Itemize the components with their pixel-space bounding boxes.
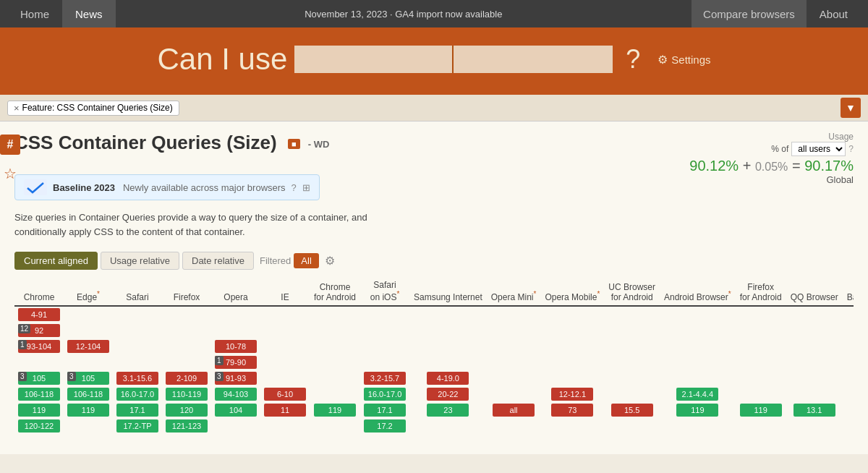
- table-cell[interactable]: 104: [211, 402, 260, 418]
- version-cell[interactable]: 121-123: [166, 419, 208, 432]
- version-cell[interactable]: 119: [676, 404, 718, 417]
- table-cell[interactable]: 23: [409, 402, 487, 418]
- version-cell[interactable]: 73: [551, 404, 593, 417]
- table-cell[interactable]: 17.1: [360, 402, 409, 418]
- version-cell[interactable]: 17.2-TP: [116, 419, 158, 432]
- version-cell[interactable]: 106-118: [18, 388, 60, 401]
- baseline-copy-icon[interactable]: ⊞: [302, 182, 310, 193]
- table-cell[interactable]: 94-103: [211, 386, 260, 402]
- table-cell[interactable]: all: [487, 402, 541, 418]
- star-button[interactable]: ☆: [0, 163, 20, 184]
- table-cell[interactable]: 73: [540, 402, 604, 418]
- table-cell[interactable]: 121-123: [162, 418, 211, 434]
- table-cell[interactable]: 119: [64, 402, 113, 418]
- usage-user-dropdown[interactable]: all users: [791, 142, 846, 156]
- table-cell[interactable]: 106-118: [14, 386, 64, 402]
- version-cell[interactable]: 106-118: [67, 388, 109, 401]
- table-cell[interactable]: 106-118: [64, 386, 113, 402]
- table-cell[interactable]: 120-122: [14, 418, 64, 434]
- version-cell[interactable]: 2-109: [166, 372, 208, 385]
- tab-usage-relative[interactable]: Usage relative: [101, 252, 179, 270]
- version-cell[interactable]: 2.1-4.4.4: [676, 388, 718, 401]
- table-cell[interactable]: 3105: [64, 370, 113, 386]
- version-cell[interactable]: 20-22: [427, 388, 469, 401]
- version-cell[interactable]: all: [493, 404, 535, 417]
- version-cell[interactable]: 120-122: [18, 419, 60, 432]
- version-cell[interactable]: 4-19.0: [427, 372, 469, 385]
- table-cell[interactable]: 16.0-17.0: [113, 386, 162, 402]
- version-cell[interactable]: 17.2: [364, 419, 406, 432]
- filter-tabs: Current aligned Usage relative Date rela…: [14, 252, 854, 270]
- version-cell[interactable]: 10-78: [215, 340, 257, 353]
- version-cell[interactable]: 4-91: [18, 308, 60, 321]
- version-cell[interactable]: 104: [215, 404, 257, 417]
- table-cell[interactable]: 12-12.1: [540, 386, 604, 402]
- table-cell[interactable]: 13.1: [786, 402, 843, 418]
- table-cell[interactable]: 119: [14, 402, 64, 418]
- table-cell[interactable]: 10-78: [211, 338, 260, 354]
- table-settings-icon[interactable]: ⚙: [325, 254, 335, 268]
- table-cell[interactable]: 120: [162, 402, 211, 418]
- table-cell[interactable]: 3.2-15.7: [360, 370, 409, 386]
- table-cell[interactable]: 6-10: [260, 386, 310, 402]
- table-cell[interactable]: 17.2-TP: [113, 418, 162, 434]
- tab-date-relative[interactable]: Date relative: [182, 252, 254, 270]
- version-cell[interactable]: 119: [18, 404, 60, 417]
- version-cell[interactable]: 94-103: [215, 388, 257, 401]
- settings-button[interactable]: ⚙ Settings: [658, 53, 710, 67]
- search-input-1[interactable]: [294, 46, 454, 73]
- table-cell[interactable]: 391-93: [211, 370, 260, 386]
- version-cell[interactable]: 15.5: [611, 404, 653, 417]
- table-cell[interactable]: 12-104: [64, 338, 113, 354]
- table-cell[interactable]: 16.0-17.0: [360, 386, 409, 402]
- version-cell[interactable]: 12-12.1: [551, 388, 593, 401]
- table-cell[interactable]: 20-22: [409, 386, 487, 402]
- close-icon[interactable]: ×: [14, 103, 20, 114]
- search-input-2[interactable]: [454, 46, 613, 73]
- table-cell[interactable]: 119: [310, 402, 360, 418]
- version-cell[interactable]: 3.1-15.6: [116, 372, 158, 385]
- tab-current-aligned[interactable]: Current aligned: [14, 252, 98, 270]
- usage-help-icon[interactable]: ?: [848, 144, 854, 154]
- version-cell[interactable]: 23: [427, 404, 469, 417]
- nav-compare-button[interactable]: Compare browsers: [692, 0, 807, 27]
- version-cell[interactable]: 17.1: [364, 404, 406, 417]
- filter-icon[interactable]: ▼: [841, 98, 861, 118]
- anchor-hash-button[interactable]: #: [0, 135, 20, 155]
- version-cell[interactable]: 110-119: [166, 388, 208, 401]
- baseline-help-icon[interactable]: ?: [292, 182, 297, 193]
- table-cell[interactable]: 110-119: [162, 386, 211, 402]
- version-cell[interactable]: 6-10: [264, 388, 306, 401]
- tab-all[interactable]: All: [294, 253, 318, 268]
- table-cell[interactable]: 4-19.0: [409, 370, 487, 386]
- table-cell[interactable]: 17.1: [113, 402, 162, 418]
- version-cell[interactable]: 3.2-15.7: [364, 372, 406, 385]
- table-cell[interactable]: 2-109: [162, 370, 211, 386]
- table-cell[interactable]: 4-91: [14, 306, 64, 323]
- table-cell[interactable]: 179-90: [211, 354, 260, 370]
- nav-news[interactable]: News: [62, 0, 116, 27]
- version-cell[interactable]: 17.1: [116, 404, 158, 417]
- table-cell[interactable]: 15.5: [604, 402, 660, 418]
- table-cell[interactable]: 193-104: [14, 338, 64, 354]
- table-cell[interactable]: 1292: [14, 323, 64, 338]
- table-cell[interactable]: 3105: [14, 370, 64, 386]
- table-cell[interactable]: 119: [660, 402, 736, 418]
- table-cell[interactable]: 17.2: [360, 418, 409, 434]
- version-cell[interactable]: 120: [166, 404, 208, 417]
- version-cell[interactable]: 16.0-17.0: [364, 388, 406, 401]
- table-cell[interactable]: 119: [736, 402, 786, 418]
- table-cell[interactable]: 11: [260, 402, 310, 418]
- nav-about[interactable]: About: [807, 0, 861, 27]
- nav-home[interactable]: Home: [7, 0, 62, 27]
- version-cell[interactable]: 12-104: [67, 340, 109, 353]
- table-cell[interactable]: 2.1-4.4.4: [660, 386, 736, 402]
- version-cell[interactable]: 16.0-17.0: [116, 388, 158, 401]
- table-cell[interactable]: 3.1-15.6: [113, 370, 162, 386]
- version-cell[interactable]: 119: [314, 404, 356, 417]
- version-cell[interactable]: 119: [67, 404, 109, 417]
- version-cell[interactable]: 13.1: [793, 404, 835, 417]
- version-cell[interactable]: 119: [740, 404, 782, 417]
- table-cell[interactable]: 13.18: [843, 402, 854, 418]
- version-cell[interactable]: 11: [264, 404, 306, 417]
